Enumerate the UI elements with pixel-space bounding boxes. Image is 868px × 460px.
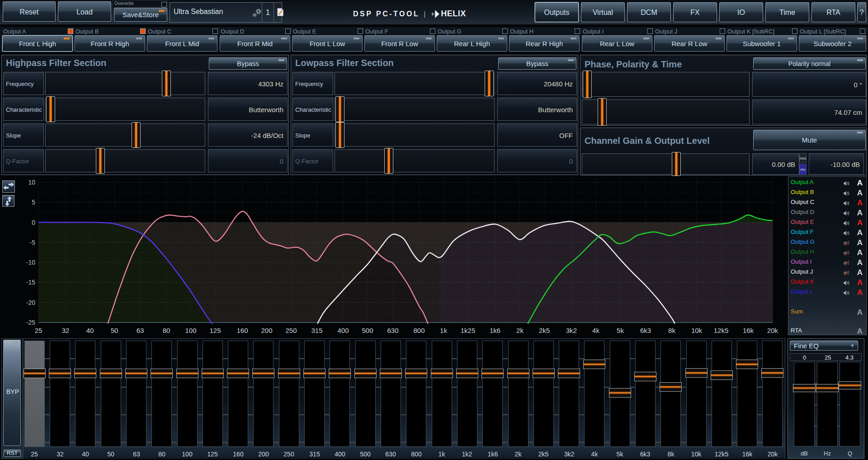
svg-text:125: 125	[209, 327, 221, 334]
svg-text:10k: 10k	[691, 327, 703, 334]
svg-text:50: 50	[111, 327, 118, 334]
svg-text:0: 0	[32, 219, 35, 226]
svg-text:-20: -20	[26, 299, 35, 306]
svg-text:1k25: 1k25	[461, 327, 476, 334]
svg-text:6k3: 6k3	[640, 327, 651, 334]
svg-text:2k: 2k	[516, 327, 524, 334]
svg-text:200: 200	[261, 327, 272, 334]
svg-text:-15: -15	[26, 279, 35, 286]
svg-text:40: 40	[86, 327, 94, 334]
svg-text:800: 800	[413, 327, 425, 334]
svg-text:630: 630	[387, 327, 398, 334]
svg-text:32: 32	[62, 327, 70, 334]
svg-text:160: 160	[236, 327, 248, 334]
svg-text:1k6: 1k6	[490, 327, 500, 334]
svg-text:12k5: 12k5	[714, 327, 729, 334]
svg-text:500: 500	[362, 327, 373, 334]
svg-text:16k: 16k	[743, 327, 754, 334]
svg-text:25: 25	[35, 327, 42, 334]
svg-text:-5: -5	[30, 239, 36, 246]
svg-text:10: 10	[28, 179, 35, 186]
svg-text:63: 63	[137, 327, 144, 334]
svg-text:5: 5	[32, 199, 35, 206]
svg-text:80: 80	[163, 327, 170, 334]
svg-text:8k: 8k	[668, 327, 675, 334]
svg-text:5k: 5k	[617, 327, 624, 334]
svg-text:4k: 4k	[592, 327, 599, 334]
svg-text:-25: -25	[26, 319, 35, 326]
svg-text:400: 400	[337, 327, 349, 334]
svg-text:315: 315	[311, 327, 322, 334]
svg-text:1k: 1k	[440, 327, 447, 334]
svg-text:250: 250	[285, 327, 297, 334]
svg-text:100: 100	[185, 327, 196, 334]
svg-text:20k: 20k	[767, 327, 778, 334]
svg-text:-10: -10	[26, 259, 35, 266]
svg-text:2k5: 2k5	[539, 327, 550, 334]
svg-text:3k2: 3k2	[566, 327, 577, 334]
